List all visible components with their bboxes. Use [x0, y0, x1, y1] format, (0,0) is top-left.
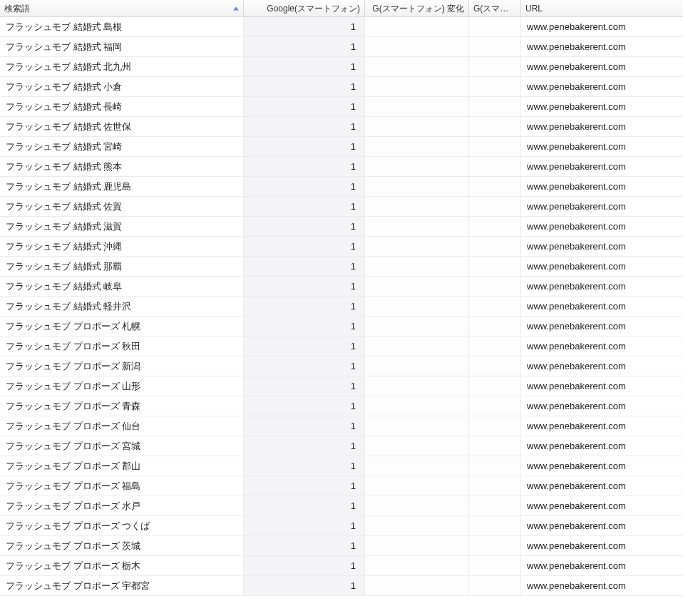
table-row[interactable]: フラッシュモブ プロポーズ 郡山1www.penebakerent.com [0, 456, 683, 476]
table-row[interactable]: フラッシュモブ プロポーズ 栃木1www.penebakerent.com [0, 556, 683, 576]
cell-term: フラッシュモブ プロポーズ 仙台 [0, 416, 244, 436]
cell-extra [469, 456, 521, 476]
header-row: 検索語 Google(スマートフォン) G(スマートフォン) 変化 G(スマート… [0, 0, 683, 17]
cell-term: フラッシュモブ 結婚式 鹿児島 [0, 177, 244, 196]
cell-extra [469, 356, 521, 376]
cell-change [365, 476, 469, 496]
cell-url: www.penebakerent.com [521, 576, 683, 595]
cell-term: フラッシュモブ プロポーズ 福島 [0, 476, 244, 496]
cell-rank: 1 [244, 436, 365, 456]
column-header-url[interactable]: URL [521, 0, 683, 16]
table-row[interactable]: フラッシュモブ プロポーズ 青森1www.penebakerent.com [0, 396, 683, 416]
column-header-google-sp[interactable]: Google(スマートフォン) [244, 0, 365, 16]
table-row[interactable]: フラッシュモブ プロポーズ 宇都宮1www.penebakerent.com [0, 576, 683, 596]
cell-url: www.penebakerent.com [521, 337, 683, 356]
table-row[interactable]: フラッシュモブ 結婚式 那覇1www.penebakerent.com [0, 257, 683, 277]
cell-term: フラッシュモブ プロポーズ 札幌 [0, 317, 244, 336]
cell-term: フラッシュモブ プロポーズ 秋田 [0, 337, 244, 356]
cell-extra [469, 516, 521, 535]
column-header-truncated[interactable]: G(スマートフ... [469, 0, 521, 16]
table-row[interactable]: フラッシュモブ プロポーズ 秋田1www.penebakerent.com [0, 337, 683, 356]
cell-extra [469, 17, 521, 36]
table-row[interactable]: フラッシュモブ 結婚式 沖縄1www.penebakerent.com [0, 237, 683, 257]
cell-extra [469, 476, 521, 496]
cell-term: フラッシュモブ プロポーズ 茨城 [0, 536, 244, 555]
cell-url: www.penebakerent.com [521, 197, 683, 216]
cell-extra [469, 496, 521, 515]
cell-term: フラッシュモブ 結婚式 宮崎 [0, 137, 244, 156]
table-row[interactable]: フラッシュモブ 結婚式 長崎1www.penebakerent.com [0, 97, 683, 117]
table-row[interactable]: フラッシュモブ 結婚式 宮崎1www.penebakerent.com [0, 137, 683, 157]
table-row[interactable]: フラッシュモブ プロポーズ 仙台1www.penebakerent.com [0, 416, 683, 436]
table-row[interactable]: フラッシュモブ プロポーズ 山形1www.penebakerent.com [0, 376, 683, 396]
cell-rank: 1 [244, 376, 365, 396]
table-row[interactable]: フラッシュモブ プロポーズ 福島1www.penebakerent.com [0, 476, 683, 496]
column-header-term[interactable]: 検索語 [0, 0, 244, 16]
column-header-label: G(スマートフォン) 変化 [372, 4, 464, 14]
cell-extra [469, 137, 521, 156]
cell-extra [469, 317, 521, 336]
cell-extra [469, 576, 521, 595]
cell-extra [469, 396, 521, 416]
cell-term: フラッシュモブ プロポーズ 山形 [0, 376, 244, 396]
cell-url: www.penebakerent.com [521, 277, 683, 296]
table-row[interactable]: フラッシュモブ プロポーズ つくば1www.penebakerent.com [0, 516, 683, 536]
cell-term: フラッシュモブ 結婚式 滋賀 [0, 217, 244, 236]
cell-extra [469, 556, 521, 575]
cell-change [365, 157, 469, 176]
cell-change [365, 237, 469, 256]
table-row[interactable]: フラッシュモブ 結婚式 小倉1www.penebakerent.com [0, 77, 683, 97]
cell-url: www.penebakerent.com [521, 297, 683, 316]
table-row[interactable]: フラッシュモブ プロポーズ 宮城1www.penebakerent.com [0, 436, 683, 456]
cell-rank: 1 [244, 177, 365, 196]
cell-term: フラッシュモブ 結婚式 長崎 [0, 97, 244, 116]
table-row[interactable]: フラッシュモブ 結婚式 佐世保1www.penebakerent.com [0, 117, 683, 137]
column-header-label: 検索語 [4, 4, 30, 14]
cell-url: www.penebakerent.com [521, 217, 683, 236]
table-row[interactable]: フラッシュモブ 結婚式 佐賀1www.penebakerent.com [0, 197, 683, 217]
table-row[interactable]: フラッシュモブ プロポーズ 札幌1www.penebakerent.com [0, 317, 683, 337]
cell-extra [469, 277, 521, 296]
cell-term: フラッシュモブ 結婚式 小倉 [0, 77, 244, 96]
cell-extra [469, 117, 521, 136]
cell-extra [469, 57, 521, 76]
table-row[interactable]: フラッシュモブ 結婚式 福岡1www.penebakerent.com [0, 37, 683, 57]
cell-change [365, 416, 469, 436]
cell-extra [469, 197, 521, 216]
table-row[interactable]: フラッシュモブ 結婚式 滋賀1www.penebakerent.com [0, 217, 683, 237]
table-row[interactable]: フラッシュモブ 結婚式 鹿児島1www.penebakerent.com [0, 177, 683, 197]
table-row[interactable]: フラッシュモブ プロポーズ 新潟1www.penebakerent.com [0, 356, 683, 376]
cell-rank: 1 [244, 17, 365, 36]
cell-rank: 1 [244, 536, 365, 555]
table-row[interactable]: フラッシュモブ プロポーズ 水戸1www.penebakerent.com [0, 496, 683, 516]
cell-url: www.penebakerent.com [521, 157, 683, 176]
cell-rank: 1 [244, 556, 365, 575]
cell-change [365, 337, 469, 356]
cell-rank: 1 [244, 356, 365, 376]
cell-term: フラッシュモブ プロポーズ 新潟 [0, 356, 244, 376]
cell-change [365, 356, 469, 376]
cell-change [365, 516, 469, 535]
table-row[interactable]: フラッシュモブ 結婚式 熊本1www.penebakerent.com [0, 157, 683, 177]
cell-url: www.penebakerent.com [521, 376, 683, 396]
cell-rank: 1 [244, 37, 365, 56]
cell-change [365, 576, 469, 595]
cell-change [365, 456, 469, 476]
cell-url: www.penebakerent.com [521, 37, 683, 56]
cell-change [365, 137, 469, 156]
cell-change [365, 317, 469, 336]
column-header-change[interactable]: G(スマートフォン) 変化 [365, 0, 469, 16]
cell-change [365, 376, 469, 396]
table-row[interactable]: フラッシュモブ 結婚式 島根1www.penebakerent.com [0, 17, 683, 37]
column-header-label: URL [525, 4, 543, 14]
cell-rank: 1 [244, 396, 365, 416]
cell-change [365, 396, 469, 416]
table-row[interactable]: フラッシュモブ 結婚式 岐阜1www.penebakerent.com [0, 277, 683, 297]
cell-url: www.penebakerent.com [521, 536, 683, 555]
cell-url: www.penebakerent.com [521, 97, 683, 116]
table-row[interactable]: フラッシュモブ プロポーズ 茨城1www.penebakerent.com [0, 536, 683, 556]
table-row[interactable]: フラッシュモブ 結婚式 軽井沢1www.penebakerent.com [0, 297, 683, 317]
cell-url: www.penebakerent.com [521, 396, 683, 416]
table-row[interactable]: フラッシュモブ 結婚式 北九州1www.penebakerent.com [0, 57, 683, 77]
cell-url: www.penebakerent.com [521, 476, 683, 496]
